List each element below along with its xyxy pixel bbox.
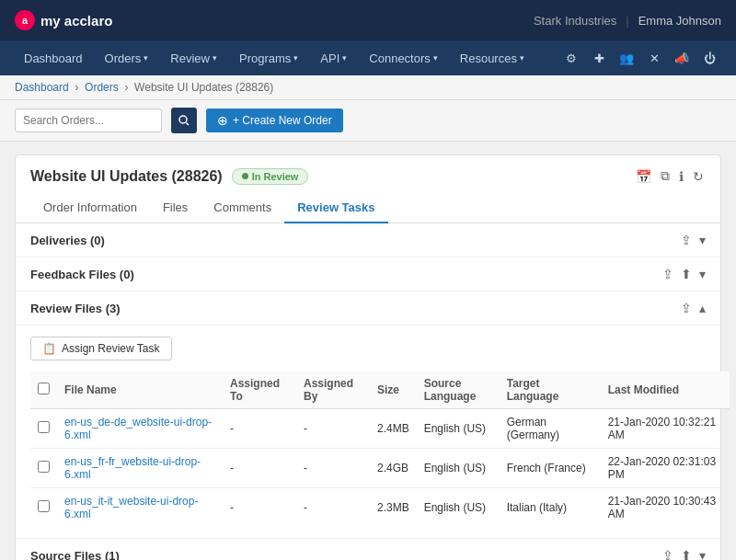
feedback-files-section[interactable]: Feedback Files (0) ⇪ ⬆ ▾ [16,257,720,291]
file-link[interactable]: en-us_it-it_website-ui-drop-6.xml [64,495,198,520]
chevron-down-icon[interactable]: ▾ [699,233,706,247]
nav-programs[interactable]: Programs ▾ [230,44,307,73]
search-input[interactable] [15,109,162,132]
size-cell: 2.4GB [370,449,417,488]
review-files-icons: ⇪ ▴ [681,301,706,315]
copy-icon[interactable]: ⧉ [659,166,672,186]
share-icon[interactable]: ⇪ [662,267,673,281]
close-icon[interactable]: ✕ [642,46,666,70]
assign-review-task-label: Assign Review Task [62,342,160,355]
chevron-down-icon[interactable]: ▾ [699,548,706,560]
nav-dashboard[interactable]: Dashboard [15,44,92,73]
assigned-by-cell: - [296,409,370,449]
search-button[interactable] [171,108,197,133]
col-target-language: Target Language [500,371,601,409]
nav-icon-group: ⚙ ✚ 👥 ✕ 📣 ⏻ [559,46,721,70]
breadcrumb-current: Website UI Updates (28826) [134,81,273,94]
last-modified-cell: 21-Jan-2020 10:30:43 AM [601,488,730,528]
order-header: Website UI Updates (28826) In Review 📅 ⧉… [16,155,720,186]
tab-review-tasks[interactable]: Review Tasks [284,193,387,223]
source-lang-cell: English (US) [417,488,500,528]
nav-api[interactable]: API ▾ [311,44,356,73]
calendar-icon[interactable]: 📅 [634,167,653,186]
nav-review[interactable]: Review ▾ [161,44,226,73]
breadcrumb-dashboard[interactable]: Dashboard [15,81,69,94]
table-row: en-us_it-it_website-ui-drop-6.xml - - 2.… [30,488,730,528]
tab-files[interactable]: Files [150,193,201,223]
chevron-down-icon: ▾ [520,53,524,63]
share-icon[interactable]: ⇪ [681,233,692,247]
deliveries-label: Deliveries (0) [30,234,105,247]
source-files-label: Source Files (1) [30,549,120,561]
share-icon[interactable]: ⇪ [662,548,673,560]
chevron-down-icon: ▾ [213,53,217,63]
breadcrumb: Dashboard › Orders › Website UI Updates … [0,75,736,100]
review-files-section-header[interactable]: Review Files (3) ⇪ ▴ [16,291,720,326]
review-files-content: 📋 Assign Review Task File Name Assigned … [16,326,720,539]
breadcrumb-orders[interactable]: Orders [85,81,119,94]
assign-review-task-button[interactable]: 📋 Assign Review Task [30,337,172,360]
last-modified-cell: 22-Jan-2020 02:31:03 PM [601,449,730,488]
svg-line-1 [187,123,190,126]
source-lang-cell: English (US) [417,449,500,488]
upload-icon[interactable]: ⬆ [681,548,692,560]
create-order-button[interactable]: ⊕ + Create New Order [206,109,343,132]
logo-icon: a [15,10,35,30]
col-assigned-to: Assigned To [223,371,296,409]
assigned-to-cell: - [223,488,296,528]
main-content: Website UI Updates (28826) In Review 📅 ⧉… [0,142,736,560]
col-filename: File Name [57,371,223,409]
row-checkbox[interactable] [38,461,50,473]
status-dot [242,173,248,179]
assigned-by-cell: - [296,488,370,528]
search-icon [178,115,190,126]
source-files-section[interactable]: Source Files (1) ⇪ ⬆ ▾ [16,539,720,560]
info-icon[interactable]: ℹ [677,167,685,186]
user-name: Emma Johnson [638,14,721,28]
assigned-by-cell: - [296,449,370,488]
file-link[interactable]: en-us_fr-fr_website-ui-drop-6.xml [64,455,201,481]
nav-items: Dashboard Orders ▾ Review ▾ Programs ▾ A… [15,44,534,73]
order-card: Website UI Updates (28826) In Review 📅 ⧉… [15,154,721,560]
col-assigned-by: Assigned By [296,371,370,409]
chevron-down-icon: ▾ [342,53,347,63]
row-checkbox[interactable] [38,500,50,512]
nav-orders[interactable]: Orders ▾ [96,44,158,73]
nav-resources[interactable]: Resources ▾ [451,44,534,73]
col-source-language: Source Language [417,371,500,409]
app-name: my acclaro [40,13,112,29]
source-lang-cell: English (US) [417,409,500,449]
source-files-icons: ⇪ ⬆ ▾ [662,548,706,560]
target-lang-cell: French (France) [500,449,601,488]
megaphone-icon[interactable]: 📣 [670,46,694,70]
chevron-down-icon[interactable]: ▾ [699,267,706,281]
power-icon[interactable]: ⏻ [697,46,721,70]
company-name: Stark Industries [534,14,616,28]
order-header-icons: 📅 ⧉ ℹ ↻ [634,166,706,186]
assigned-to-cell: - [223,449,296,488]
row-checkbox[interactable] [38,421,50,433]
share-icon[interactable]: ⇪ [681,301,692,315]
deliveries-icons: ⇪ ▾ [681,233,706,247]
deliveries-section[interactable]: Deliveries (0) ⇪ ▾ [16,223,720,257]
create-order-label: + Create New Order [233,114,332,127]
last-modified-cell: 21-Jan-2020 10:32:21 AM [601,409,730,449]
chevron-down-icon: ▾ [433,53,438,63]
tab-order-information[interactable]: Order Information [30,193,150,223]
users-icon[interactable]: 👥 [615,46,638,70]
settings-icon[interactable]: ⚙ [559,46,583,70]
refresh-icon[interactable]: ↻ [691,167,706,186]
nav-connectors[interactable]: Connectors ▾ [360,44,446,73]
main-nav: Dashboard Orders ▾ Review ▾ Programs ▾ A… [0,40,736,75]
chevron-up-icon[interactable]: ▴ [699,301,706,315]
select-all-checkbox[interactable] [38,383,50,394]
tab-comments[interactable]: Comments [201,193,284,223]
upload-icon[interactable]: ⬆ [681,267,692,281]
add-icon[interactable]: ✚ [587,46,611,70]
file-link[interactable]: en-us_de-de_website-ui-drop-6.xml [64,416,212,441]
svg-point-0 [179,116,187,123]
order-tabs: Order Information Files Comments Review … [16,193,720,223]
plus-icon: ⊕ [217,113,228,128]
files-table: File Name Assigned To Assigned By Size S… [30,371,730,527]
search-bar: ⊕ + Create New Order [0,100,736,142]
